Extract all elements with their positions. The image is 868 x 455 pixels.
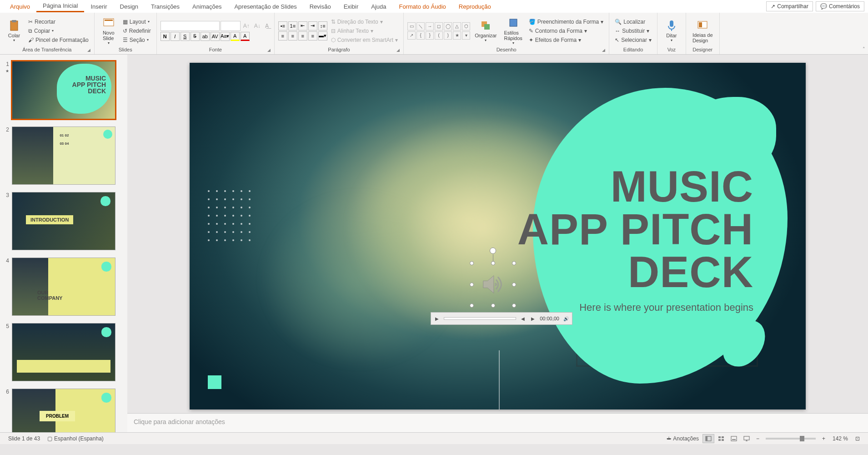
resize-handle[interactable] [470,283,474,287]
tab-slideshow[interactable]: Apresentação de Slides [228,1,303,12]
cut-button[interactable]: ✂Recortar [26,18,90,26]
paragraph-launcher[interactable]: ◢ [396,48,400,52]
align-right-button[interactable]: ≡ [298,31,307,40]
format-painter-button[interactable]: 🖌Pincel de Formatação [26,36,90,44]
font-color-button[interactable]: A [241,32,250,41]
copy-button[interactable]: ⧉Copiar▾ [26,27,90,35]
tab-insert[interactable]: Inserir [84,1,113,12]
reset-button[interactable]: ↺Redefinir [121,27,153,35]
collapse-ribbon-button[interactable]: ˄ [863,46,865,52]
bold-button[interactable]: N [161,32,170,41]
design-ideas-button[interactable]: Ideias de Design [690,18,716,44]
tab-transitions[interactable]: Transições [145,1,186,12]
tab-file[interactable]: Arquivo [4,1,36,12]
shadow-button[interactable]: ab [201,32,210,41]
slide-thumbnail-1[interactable]: MUSICAPP PITCHDECK [12,61,115,119]
resize-handle[interactable] [491,261,495,265]
section-button[interactable]: ☰Seção▾ [121,36,153,44]
spacing-button[interactable]: AV [211,32,220,41]
reading-view-button[interactable] [728,434,740,443]
slide-canvas[interactable]: MUSICAPP PITCHDECK Here is where your pr… [190,63,806,410]
share-button[interactable]: ↗Compartilhar [766,1,813,11]
new-slide-button[interactable]: Novo Slide▾ [98,15,119,46]
resize-handle[interactable] [491,303,495,308]
zoom-in-button[interactable]: + [818,435,829,442]
align-center-button[interactable]: ≡ [288,31,297,40]
sorter-view-button[interactable] [715,434,727,443]
rotate-handle[interactable] [490,248,496,254]
tab-animations[interactable]: Animações [186,1,228,12]
find-button[interactable]: 🔍Localizar [613,18,653,26]
shape-effects-button[interactable]: ✦Efeitos de Forma▾ [527,36,605,44]
zoom-level[interactable]: 142 % [829,435,852,442]
slide-thumbnail-6[interactable]: PROBLEM [12,389,115,432]
layout-button[interactable]: ▦Layout▾ [121,18,153,26]
tab-audio-format[interactable]: Formato do Áudio [392,1,452,12]
underline-button[interactable]: S [181,32,190,41]
font-size-select[interactable] [221,21,241,31]
dictate-button[interactable]: Ditar▾ [661,18,682,43]
language-status[interactable]: ▢Espanhol (Espanha) [44,435,107,442]
arrange-button[interactable]: Organizar▾ [472,18,499,43]
paste-button[interactable]: Colar▾ [4,18,25,43]
shape-fill-button[interactable]: 🪣Preenchimento da Forma▾ [527,18,605,26]
slide-thumbnail-5[interactable] [12,323,115,381]
resize-handle[interactable] [470,261,474,265]
tab-view[interactable]: Exibir [337,1,365,12]
slide-thumbnails-panel[interactable]: 1★ MUSICAPP PITCHDECK 2 01 0203 04 3 INT… [0,55,127,432]
tab-help[interactable]: Ajuda [365,1,392,12]
tab-design[interactable]: Design [114,1,145,12]
columns-button[interactable]: ▬▾ [318,31,327,40]
resize-handle[interactable] [512,283,516,287]
slideshow-view-button[interactable] [741,434,753,443]
clipboard-launcher[interactable]: ◢ [87,48,90,52]
notes-pane[interactable]: Clique para adicionar anotações [127,413,868,432]
fit-window-button[interactable]: ⊡ [852,435,863,442]
text-direction-button[interactable]: ⇅Direção do Texto▾ [329,18,400,26]
quick-styles-button[interactable]: Estilos Rápidos▾ [501,15,525,46]
prev-button[interactable]: ◀ [520,315,526,322]
highlight-button[interactable]: A [231,32,240,41]
line-spacing-button[interactable]: ↕≡ [318,21,327,30]
resize-handle[interactable] [470,303,474,308]
shapes-gallery[interactable]: ▭＼→◻◯△⬡ ↗{}()★▾ [407,22,470,40]
slide-thumbnail-3[interactable]: INTRODUCTION [12,192,115,250]
tab-home[interactable]: Página Inicial [36,0,84,12]
indent-inc-button[interactable]: ⇥ [308,21,317,30]
numbering-button[interactable]: 1≡ [288,21,297,30]
strike-button[interactable]: S̶ [191,32,200,41]
tab-playback[interactable]: Reprodução [452,1,497,12]
clear-format-button[interactable]: A͟ [263,21,271,31]
replace-button[interactable]: ↔Substituir▾ [613,27,653,35]
justify-button[interactable]: ≡ [308,31,317,40]
normal-view-button[interactable] [702,434,714,443]
play-button[interactable]: ▶ [434,315,440,322]
slide-thumbnail-2[interactable]: 01 0203 04 [12,126,115,185]
resize-handle[interactable] [512,261,516,265]
align-text-button[interactable]: ⊟Alinhar Texto▾ [329,27,400,35]
select-button[interactable]: ↖Selecionar▾ [613,36,653,44]
notes-toggle[interactable]: ≐Anotações [663,435,702,442]
drawing-launcher[interactable]: ◢ [602,48,605,52]
increase-font-button[interactable]: A↑ [241,21,251,31]
title-textbox[interactable]: MUSICAPP PITCHDECK Here is where your pr… [517,165,753,313]
seek-track[interactable] [444,317,516,320]
slide-editor[interactable]: MUSICAPP PITCHDECK Here is where your pr… [127,55,868,413]
smartart-button[interactable]: ⬡Converter em SmartArt▾ [329,36,400,44]
italic-button[interactable]: I [171,32,180,41]
tab-review[interactable]: Revisão [303,1,337,12]
zoom-slider[interactable] [766,438,816,440]
next-button[interactable]: ▶ [530,315,536,322]
audio-object[interactable] [472,263,514,306]
font-family-select[interactable] [161,21,220,31]
bullets-button[interactable]: •≡ [278,21,287,30]
slide-thumbnail-4[interactable]: OUR COMPANY [12,258,115,316]
zoom-out-button[interactable]: − [753,435,763,442]
volume-button[interactable]: 🔊 [563,315,569,322]
slide-counter[interactable]: Slide 1 de 43 [5,435,44,442]
resize-handle[interactable] [512,303,516,308]
align-left-button[interactable]: ≡ [278,31,287,40]
comments-button[interactable]: 💬Comentários [816,1,864,11]
font-launcher[interactable]: ◢ [267,48,271,52]
indent-dec-button[interactable]: ⇤ [298,21,307,30]
